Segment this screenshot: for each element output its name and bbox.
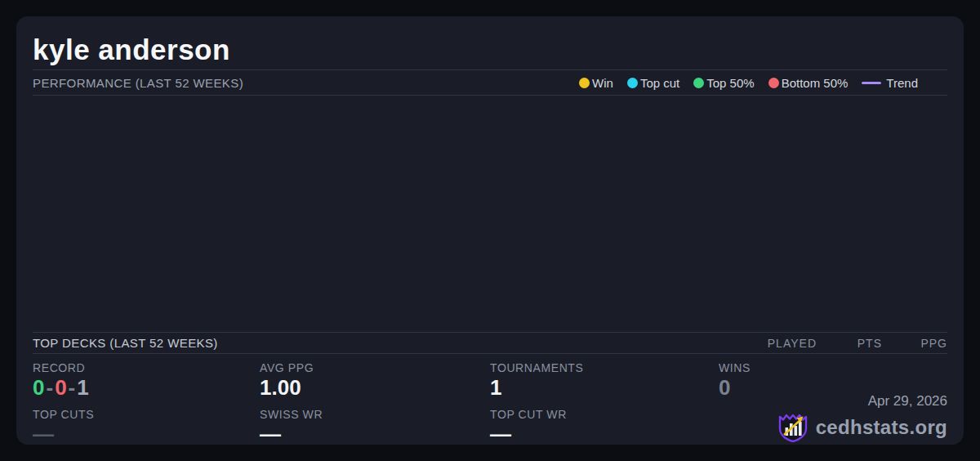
bottom-50-dot-icon	[768, 78, 779, 88]
legend-label: Bottom 50%	[782, 76, 849, 90]
player-stats-card: kyle anderson PERFORMANCE (LAST 52 WEEKS…	[16, 16, 964, 445]
top-cut-wr-value: —	[490, 422, 719, 447]
tournaments-label: TOURNAMENTS	[490, 361, 719, 374]
page-title: kyle anderson	[33, 16, 947, 69]
column-header-pts: PTS	[817, 337, 882, 350]
record-wins: 0	[33, 375, 44, 401]
top-cuts-value: —	[33, 422, 260, 447]
avg-ppg-label: AVG PPG	[260, 361, 490, 374]
avg-ppg-value: 1.00	[260, 375, 490, 401]
swiss-wr-value: —	[260, 422, 490, 447]
performance-chart	[33, 96, 947, 332]
legend-item-top-50: Top 50%	[693, 76, 754, 90]
top-cuts-label: TOP CUTS	[33, 408, 260, 421]
swiss-wr-label: SWISS WR	[260, 408, 490, 421]
top-decks-header-row: TOP DECKS (LAST 52 WEEKS) PLAYED PTS PPG	[33, 332, 947, 354]
performance-heading: PERFORMANCE (LAST 52 WEEKS)	[33, 76, 243, 90]
legend-label: Top 50%	[706, 76, 754, 90]
record-label: RECORD	[33, 361, 260, 374]
record-draws: 1	[77, 375, 88, 401]
top-decks-heading: TOP DECKS (LAST 52 WEEKS)	[33, 336, 218, 350]
record-losses: 0	[55, 375, 66, 401]
legend-item-bottom-50: Bottom 50%	[768, 76, 849, 90]
cedhstats-logo-icon	[777, 413, 809, 442]
stat-column-3: TOURNAMENTS 1 TOP CUT WR —	[490, 354, 719, 448]
record-separator: -	[46, 375, 53, 401]
legend-item-trend: Trend	[862, 76, 918, 90]
stat-column-2: AVG PPG 1.00 SWISS WR —	[260, 354, 490, 448]
legend-label: Trend	[886, 76, 918, 90]
legend-label: Top cut	[640, 76, 679, 90]
column-header-played: PLAYED	[751, 337, 817, 350]
snapshot-date: Apr 29, 2026	[777, 393, 947, 410]
column-header-ppg: PPG	[882, 337, 947, 350]
chart-legend: Win Top cut Top 50% Bottom 50% Trend	[579, 76, 947, 90]
top-cut-dot-icon	[627, 78, 638, 88]
performance-header-row: PERFORMANCE (LAST 52 WEEKS) Win Top cut …	[33, 69, 947, 96]
record-value: 0 - 0 - 1	[33, 375, 260, 401]
trend-line-icon	[862, 82, 881, 84]
win-dot-icon	[579, 78, 590, 88]
card-footer: Apr 29, 2026 cedhstats.org	[777, 393, 947, 441]
legend-label: Win	[592, 76, 613, 90]
brand-name: cedhstats.org	[816, 416, 947, 439]
stat-column-1: RECORD 0 - 0 - 1 TOP CUTS —	[33, 354, 260, 448]
legend-item-top-cut: Top cut	[627, 76, 679, 90]
top-50-dot-icon	[693, 78, 704, 88]
top-cut-wr-label: TOP CUT WR	[490, 408, 719, 421]
record-separator: -	[69, 375, 76, 401]
legend-item-win: Win	[579, 76, 613, 90]
tournaments-value: 1	[490, 375, 719, 401]
top-decks-column-headers: PLAYED PTS PPG	[751, 337, 947, 350]
brand[interactable]: cedhstats.org	[777, 414, 947, 441]
wins-label: WINS	[719, 361, 947, 374]
